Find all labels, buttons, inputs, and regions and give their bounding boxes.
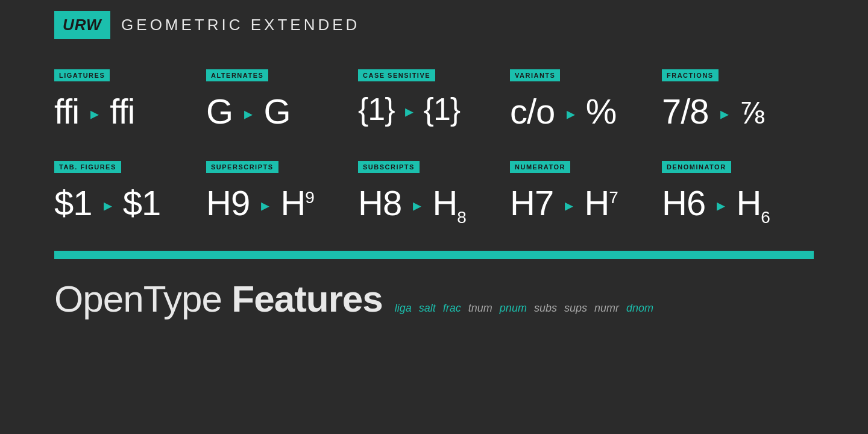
footer: OpenType Features liga salt frac tnum pn… [54,277,814,320]
feature-row-2: TAB. FIGURES $1 ▸ $1 SUPERSCRIPTS H9 ▸ H… [54,161,814,239]
demo-numerator: H7 ▸ H7 [510,184,650,222]
demo-after: ffi [110,92,134,131]
demo-before: H8 [358,183,401,222]
demo-before: H9 [206,183,250,222]
tag-liga: liga [395,302,412,315]
feature-row-1: LIGATURES ffi ▸ ffi ALTERNATES G ▸ G CAS… [54,69,814,143]
demo-before: c/o [510,92,555,131]
brand-name-text: GEOMETRIC EXTENDED [121,16,360,34]
feature-subscripts: SUBSCRIPTS H8 ▸ H8 [358,161,510,239]
label-ligatures: LIGATURES [54,69,110,81]
arrow-icon: ▸ [565,196,573,215]
demo-denominator: H6 ▸ H6 [662,184,802,227]
demo-before: H7 [510,183,553,222]
feature-variants: VARIANTS c/o ▸ % [510,69,662,143]
demo-before: H6 [662,183,705,222]
denominator-char: 6 [761,207,770,226]
arrow-icon: ▸ [413,196,421,215]
brand-highlight-bg: URW [54,11,110,39]
brand-urw: URW [63,16,102,34]
feature-alternates: ALTERNATES G ▸ G [206,69,358,143]
brand-name: GEOMETRIC EXTENDED [113,11,368,39]
arrow-icon: ▸ [90,104,98,123]
section-divider [54,251,814,259]
footer-tags: liga salt frac tnum pnum subs sups numr … [395,302,653,315]
demo-before: $1 [54,183,92,222]
numerator-char: 7 [609,187,618,206]
demo-case-sensitive: {1} ▸ {1} [358,92,498,127]
feature-superscripts: SUPERSCRIPTS H9 ▸ H9 [206,161,358,239]
tag-dnom: dnom [626,302,653,315]
label-alternates: ALTERNATES [206,69,268,81]
feature-ligatures: LIGATURES ffi ▸ ffi [54,69,206,143]
arrow-icon: ▸ [104,196,112,215]
demo-after: ⅞ [740,95,765,130]
subscript-char: 8 [457,207,466,226]
demo-ligatures: ffi ▸ ffi [54,92,194,131]
tag-pnum: pnum [500,302,527,315]
feature-fractions: FRACTIONS 7/8 ▸ ⅞ [662,69,814,143]
demo-tab-figures: $1 ▸ $1 [54,184,194,222]
demo-variants: c/o ▸ % [510,92,650,131]
arrow-icon: ▸ [567,104,574,123]
demo-subscripts: H8 ▸ H8 [358,184,498,227]
arrow-icon: ▸ [717,196,725,215]
page: URW GEOMETRIC EXTENDED LIGATURES ffi ▸ f… [0,0,868,434]
tag-tnum: tnum [468,302,492,315]
tag-salt: salt [419,302,436,315]
demo-after: H9 [280,183,313,222]
arrow-icon: ▸ [720,104,728,123]
demo-before: ffi [54,92,79,131]
demo-before: 7/8 [662,92,709,131]
demo-after: % [586,92,617,131]
demo-before: {1} [358,92,395,127]
tag-frac: frac [443,302,461,315]
demo-fractions: 7/8 ▸ ⅞ [662,92,802,131]
arrow-icon: ▸ [261,196,269,215]
demo-after: $1 [123,183,161,222]
label-tab-figures: TAB. FIGURES [54,161,121,173]
demo-superscripts: H9 ▸ H9 [206,184,346,222]
demo-before: G [206,92,233,131]
arrow-icon: ▸ [405,102,413,121]
feature-tab-figures: TAB. FIGURES $1 ▸ $1 [54,161,206,239]
label-fractions: FRACTIONS [662,69,719,81]
tag-numr: numr [594,302,619,315]
demo-after: G [263,92,290,131]
tag-subs: subs [534,302,557,315]
superscript-char: 9 [305,187,314,206]
tag-sups: sups [564,302,587,315]
label-subscripts: SUBSCRIPTS [358,161,420,173]
label-denominator: DENOMINATOR [662,161,731,173]
demo-after: {1} [424,92,461,127]
feature-case-sensitive: CASE SENSITIVE {1} ▸ {1} [358,69,510,143]
demo-alternates: G ▸ G [206,92,346,131]
demo-after: H7 [584,183,617,222]
footer-title-bold: Features [231,278,382,319]
header: URW GEOMETRIC EXTENDED [54,0,814,39]
feature-numerator: NUMERATOR H7 ▸ H7 [510,161,662,239]
footer-title-light: OpenType [54,278,231,319]
feature-denominator: DENOMINATOR H6 ▸ H6 [662,161,814,239]
arrow-icon: ▸ [244,104,252,123]
label-variants: VARIANTS [510,69,560,81]
footer-title: OpenType Features [54,277,383,320]
demo-after: H6 [736,183,769,222]
label-case-sensitive: CASE SENSITIVE [358,69,435,81]
label-superscripts: SUPERSCRIPTS [206,161,278,173]
demo-after: H8 [432,183,465,222]
label-numerator: NUMERATOR [510,161,570,173]
